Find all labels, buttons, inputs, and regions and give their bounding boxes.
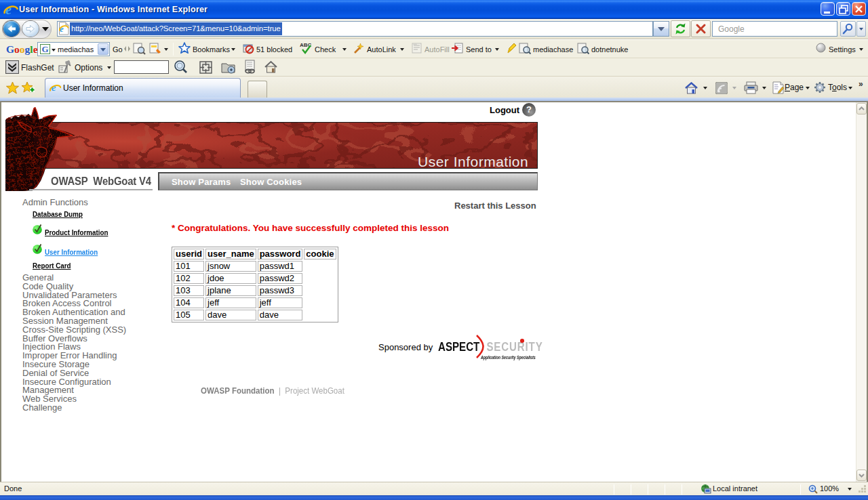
svg-text:G: G	[42, 44, 49, 54]
